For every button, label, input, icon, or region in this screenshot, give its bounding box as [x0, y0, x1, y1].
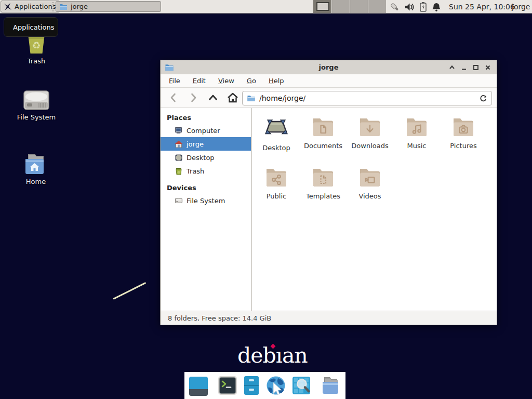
status-bar: 8 folders, Free space: 14.4 GiB: [161, 311, 497, 325]
folder-icon: [59, 3, 68, 10]
workspace-switcher: [313, 0, 386, 13]
sidebar-item-jorge[interactable]: jorge: [161, 137, 251, 151]
file-grid-row-2: Public Templates: [253, 166, 393, 200]
debian-logo: debıan: [237, 343, 308, 368]
file-item-pictures[interactable]: Pictures: [440, 115, 487, 152]
sidebar-item-trash[interactable]: Trash: [161, 164, 251, 178]
desktop-icon-label: Home: [14, 178, 58, 185]
taskbar-window-label: jorge: [71, 3, 88, 10]
menu-go[interactable]: Go: [247, 77, 256, 85]
workspace-3[interactable]: [350, 0, 368, 13]
sidebar-item-computer[interactable]: Computer: [161, 124, 251, 137]
workspace-2[interactable]: [331, 0, 350, 13]
web-browser-icon[interactable]: [265, 375, 287, 396]
sidebar: Places Computer jorge Desktop: [161, 108, 251, 311]
window-controls: [448, 60, 491, 74]
desktop-icon-filesystem[interactable]: File System: [15, 89, 58, 121]
path-value: /home/jorge/: [259, 94, 476, 102]
dock: [184, 372, 345, 399]
workspace-window-thumb: [316, 2, 329, 11]
window-titlebar[interactable]: jorge: [161, 60, 497, 74]
taskbar-window-button[interactable]: jorge: [56, 1, 161, 12]
forward-button[interactable]: [185, 90, 201, 105]
desktop-icon: [175, 154, 183, 162]
path-folder-icon: [247, 95, 256, 102]
file-manager-icon[interactable]: [320, 375, 342, 396]
hard-drive-icon: [22, 89, 50, 111]
file-item-public[interactable]: Public: [253, 166, 300, 200]
file-item-templates[interactable]: Templates: [300, 166, 347, 200]
back-button[interactable]: [166, 90, 181, 105]
home-icon: [175, 140, 183, 148]
sidebar-header-devices: Devices: [161, 181, 251, 194]
desktop-icon-home[interactable]: Home: [14, 153, 58, 185]
sidebar-header-places: Places: [161, 111, 251, 124]
videos-folder-icon: [357, 166, 382, 189]
desktop-icon-label: Trash: [15, 57, 58, 65]
templates-folder-icon: [311, 166, 336, 189]
menu-view[interactable]: View: [218, 77, 234, 85]
maximize-button[interactable]: [472, 64, 479, 71]
panel-user-menu[interactable]: jorge: [512, 0, 530, 14]
toolbar: /home/jorge/: [161, 88, 497, 108]
workspace-1[interactable]: [313, 0, 331, 13]
home-folder-icon: [22, 153, 49, 176]
downloads-folder-icon: [357, 115, 382, 138]
battery-icon[interactable]: [419, 2, 427, 12]
workspace-4[interactable]: [368, 0, 386, 13]
file-grid-row-1: Desktop Documents: [253, 115, 487, 152]
minimize-button[interactable]: [460, 64, 467, 71]
up-button[interactable]: [205, 90, 221, 105]
shade-button[interactable]: [448, 64, 455, 71]
file-item-documents[interactable]: Documents: [300, 115, 347, 152]
file-list-area[interactable]: Desktop Documents: [252, 108, 497, 311]
public-folder-icon: [264, 166, 289, 189]
window-folder-icon: [165, 63, 174, 71]
menu-file[interactable]: File: [169, 77, 180, 85]
system-tray: [389, 0, 441, 14]
sidebar-item-desktop[interactable]: Desktop: [161, 151, 251, 164]
window-title: jorge: [161, 63, 497, 71]
file-cabinet-icon[interactable]: [242, 375, 261, 396]
file-item-videos[interactable]: Videos: [347, 166, 393, 200]
desktop-icon-label: File System: [15, 113, 58, 121]
applications-menu-button[interactable]: Applications: [1, 1, 60, 12]
music-folder-icon: [404, 115, 429, 138]
drive-small-icon: [175, 197, 183, 204]
close-button[interactable]: [484, 64, 491, 71]
xfce-logo-icon: [4, 3, 12, 11]
applications-menu-label: Applications: [15, 3, 56, 10]
applications-tooltip: Applications: [4, 17, 58, 37]
panel-clock[interactable]: Sun 25 Apr, 10:06: [449, 0, 515, 14]
file-item-desktop[interactable]: Desktop: [253, 115, 300, 152]
notifications-bell-icon[interactable]: [432, 2, 441, 12]
pictures-folder-icon: [451, 115, 476, 138]
menu-bar: File Edit View Go Help: [161, 74, 497, 88]
status-text: 8 folders, Free space: 14.4 GiB: [168, 314, 271, 322]
file-item-music[interactable]: Music: [393, 115, 440, 152]
desktop-special-icon: [264, 115, 289, 140]
svg-text:♻: ♻: [32, 39, 41, 51]
terminal-icon[interactable]: [217, 375, 238, 396]
trash-small-icon: [175, 167, 183, 175]
top-panel: Applications jorge: [0, 0, 532, 14]
menu-help[interactable]: Help: [269, 77, 284, 85]
show-desktop-icon[interactable]: [188, 375, 209, 396]
volume-icon[interactable]: [405, 3, 415, 11]
menu-edit[interactable]: Edit: [193, 77, 206, 85]
application-finder-icon[interactable]: [291, 375, 312, 396]
home-button[interactable]: [225, 90, 241, 105]
file-item-downloads[interactable]: Downloads: [347, 115, 393, 152]
reload-icon[interactable]: [480, 95, 487, 102]
file-manager-window: jorge File Edit View Go Help: [160, 60, 497, 325]
diagonal-line-artifact: [113, 282, 146, 300]
sidebar-item-filesystem[interactable]: File System: [161, 194, 251, 207]
tool-icon[interactable]: [389, 2, 400, 12]
documents-folder-icon: [311, 115, 336, 138]
computer-icon: [175, 127, 183, 135]
path-input[interactable]: /home/jorge/: [242, 91, 492, 105]
